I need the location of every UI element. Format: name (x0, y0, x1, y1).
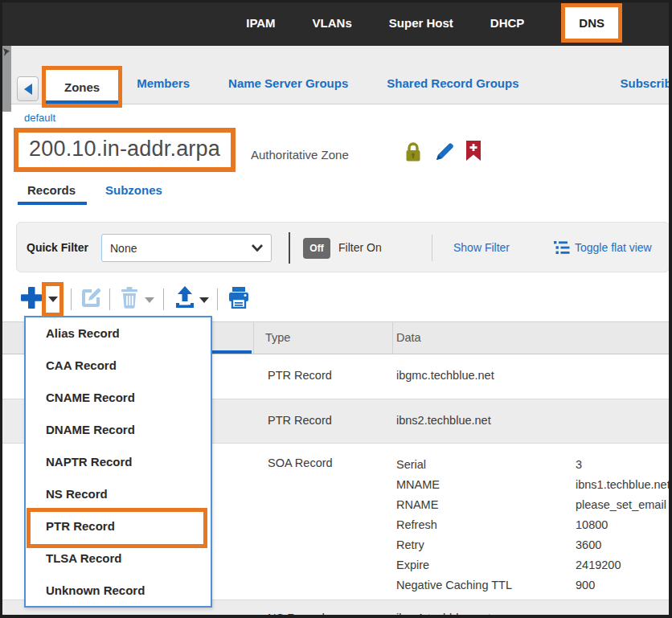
soa-field-value: 900 (576, 579, 595, 591)
divider (217, 289, 218, 310)
tab-members[interactable]: Members (137, 76, 190, 104)
filter-on-label: Filter On (338, 241, 382, 254)
soa-record-data: Serial3 MNAMEibns1.techblue.net RNAMEple… (396, 454, 670, 595)
column-header-data[interactable]: Data (396, 331, 421, 344)
soa-field-label: Expire (396, 559, 576, 571)
soa-field-value: ibns1.techblue.net (576, 478, 670, 491)
lock-icon (404, 141, 423, 162)
divider (289, 232, 290, 264)
print-button printer-icon[interactable] (227, 286, 250, 309)
menu-item-unknown-record[interactable]: Unknown Record (26, 575, 211, 607)
show-filter-link[interactable]: Show Filter (453, 241, 510, 254)
soa-field-label: RNAME (396, 498, 576, 511)
quick-filter-selected-value: None (110, 242, 137, 255)
dns-sub-navigation: Zones Members Name Server Groups Shared … (0, 46, 672, 104)
cell-type: SOA Record (268, 456, 333, 469)
highlight-box-add-caret (42, 282, 64, 317)
divider (163, 289, 164, 310)
cell-type: PTR Record (268, 414, 332, 427)
quick-filter-select[interactable]: None (101, 234, 272, 262)
zone-type-label: Authoritative Zone (251, 148, 349, 162)
soa-field-value: 2419200 (576, 559, 621, 571)
delete-record-button trash-icon[interactable] (120, 286, 139, 309)
chevron-left-icon (24, 84, 32, 95)
soa-field-label: MNAME (396, 478, 576, 491)
edit-record-button edit-icon[interactable] (80, 287, 101, 309)
top-navigation-bar: IPAM VLANs Super Host DHCP DNS (0, 0, 672, 46)
export-button upload-icon[interactable] (174, 285, 196, 309)
column-divider (392, 322, 393, 354)
cell-type: PTR Record (268, 369, 332, 382)
flat-view-icon (554, 240, 570, 255)
menu-item-cname-record[interactable]: CNAME Record (26, 382, 211, 414)
column-header-type[interactable]: Type (265, 331, 290, 344)
soa-field-value: 3600 (576, 538, 601, 551)
menu-item-naptr-record[interactable]: NAPTR Record (26, 446, 211, 478)
panel-handle[interactable] (2, 46, 11, 112)
export-dropdown-caret[interactable] (199, 297, 209, 303)
soa-field-label: Negative Caching TTL (396, 579, 576, 591)
soa-field-label: Retry (396, 538, 576, 551)
soa-field-label: Refresh (396, 518, 576, 531)
tab-name-server-groups[interactable]: Name Server Groups (228, 76, 348, 104)
highlight-box-dns: DNS (561, 3, 622, 43)
highlight-box-zone-title: 200.10.in-addr.arpa (14, 128, 236, 172)
cell-data: ibgmc.techblue.net (396, 369, 494, 382)
breadcrumb-default-link[interactable]: default (24, 112, 55, 124)
tab-subscriber-services[interactable]: Subscriber Services (620, 76, 672, 104)
divider (71, 289, 72, 310)
soa-field-value: 3 (576, 458, 582, 471)
quick-filter-label: Quick Filter (27, 241, 88, 254)
tab-ipam[interactable]: IPAM (246, 16, 275, 30)
add-record-button plus-icon[interactable] (20, 285, 43, 311)
delete-dropdown-caret[interactable] (145, 297, 154, 303)
soa-field-label: Serial (396, 458, 576, 471)
menu-item-caa-record[interactable]: CAA Record (26, 350, 211, 382)
menu-item-dname-record[interactable]: DNAME Record (26, 414, 211, 446)
soa-field-value: please_set_email (576, 498, 666, 511)
menu-item-ptr-record[interactable]: PTR Record (26, 510, 211, 542)
chevron-down-icon (252, 244, 263, 252)
pin-icon (3, 48, 10, 56)
tab-zones[interactable]: Zones (46, 70, 118, 104)
soa-field-value: 10800 (576, 518, 608, 531)
scroll-tabs-left-button[interactable] (17, 76, 39, 101)
bookmark-add-icon[interactable] (465, 140, 482, 162)
tab-subzones[interactable]: Subzones (105, 183, 162, 197)
tab-dns[interactable]: DNS (565, 7, 618, 39)
toggle-flat-view-link[interactable]: Toggle flat view (575, 241, 652, 254)
column-divider (253, 322, 254, 354)
tab-shared-record-groups[interactable]: Shared Record Groups (387, 76, 518, 104)
cell-data: ibns2.techblue.net (396, 414, 491, 427)
menu-item-ns-record[interactable]: NS Record (26, 478, 211, 510)
tab-super-host[interactable]: Super Host (389, 16, 453, 30)
tab-records[interactable]: Records (27, 183, 76, 197)
tab-dhcp[interactable]: DHCP (490, 16, 525, 30)
edit-pencil-icon[interactable] (434, 141, 455, 162)
add-record-menu: Alias Record CAA Record CNAME Record DNA… (24, 316, 212, 608)
divider (432, 235, 432, 261)
cell-type: NS Record (268, 612, 325, 618)
quick-filter-bar: Quick Filter None Off Filter On Show Fil… (16, 222, 670, 272)
highlight-box-zones: Zones (42, 66, 122, 108)
add-record-dropdown-caret[interactable] (48, 297, 58, 302)
menu-item-tlsa-record[interactable]: TLSA Record (26, 542, 211, 575)
filter-toggle-button[interactable]: Off (303, 238, 330, 259)
menu-item-alias-record[interactable]: Alias Record (26, 317, 211, 350)
zone-title: 200.10.in-addr.arpa (29, 137, 220, 161)
divider (109, 289, 110, 310)
records-active-underline (18, 202, 87, 205)
tab-vlans[interactable]: VLANs (313, 16, 352, 30)
cell-data: ibns1.techblue.net (396, 612, 491, 618)
